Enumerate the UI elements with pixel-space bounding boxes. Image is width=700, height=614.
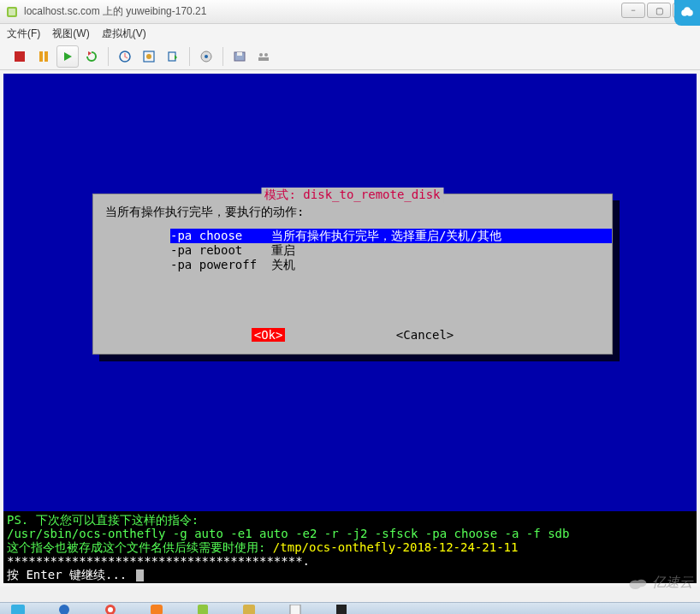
pause-button[interactable] <box>33 45 55 68</box>
term-enter-line: 按 Enter 键继续... <box>7 568 693 581</box>
snapshot-button[interactable] <box>114 45 136 68</box>
menu-file[interactable]: 文件(F) <box>7 27 40 41</box>
svg-rect-6 <box>39 51 43 62</box>
taskbar-icon[interactable] <box>3 603 33 614</box>
term-cmd-line: /usr/sbin/ocs-onthefly -g auto -e1 auto … <box>7 527 693 540</box>
svg-rect-17 <box>237 52 242 56</box>
menubar: 文件(F) 视图(W) 虚拟机(V) <box>0 24 700 43</box>
revert-button[interactable] <box>162 45 184 68</box>
toolbar-separator <box>189 47 190 66</box>
taskbar-icon[interactable] <box>188 603 217 614</box>
console-container: 模式: disk_to_remote_disk 当所有操作执行完毕，要执行的动作… <box>0 70 700 587</box>
network-button[interactable] <box>252 45 275 68</box>
floppy-button[interactable] <box>228 45 251 68</box>
svg-point-19 <box>259 53 263 57</box>
titlebar: localhost.sc.com 上的 yuweibing-170.21 － ▢… <box>0 0 700 24</box>
svg-rect-23 <box>11 605 25 614</box>
svg-rect-18 <box>258 57 269 61</box>
svg-point-4 <box>684 7 691 14</box>
svg-point-24 <box>59 605 69 614</box>
taskbar-icon[interactable] <box>96 603 125 614</box>
svg-point-26 <box>108 607 113 612</box>
term-ps-line: PS. 下次您可以直接下这样的指令: <box>7 513 693 527</box>
mode-dialog: 模式: disk_to_remote_disk 当所有操作执行完毕，要执行的动作… <box>92 194 613 355</box>
term-stars-line: ****************************************… <box>7 554 693 568</box>
svg-rect-31 <box>336 605 347 614</box>
dialog-buttons: <Ok> <Cancel> <box>93 328 612 342</box>
cursor-icon <box>136 569 144 581</box>
app-icon <box>5 5 19 19</box>
svg-marker-9 <box>88 51 92 56</box>
window-title: localhost.sc.com 上的 yuweibing-170.21 <box>24 4 206 19</box>
toolbar <box>0 43 700 70</box>
menu-view[interactable]: 视图(W) <box>52 27 89 41</box>
snapshot-manager-button[interactable] <box>138 45 160 68</box>
svg-rect-13 <box>169 52 175 61</box>
taskbar <box>0 602 700 614</box>
svg-rect-30 <box>290 605 300 614</box>
svg-point-20 <box>264 53 268 57</box>
svg-rect-27 <box>151 605 163 614</box>
option-poweroff[interactable]: -pa poweroff 关机 <box>170 258 612 272</box>
svg-rect-29 <box>243 605 255 614</box>
stop-button[interactable] <box>9 45 31 68</box>
menu-vm[interactable]: 虚拟机(V) <box>102 27 146 41</box>
svg-point-15 <box>205 55 208 58</box>
taskbar-icon[interactable] <box>50 603 79 614</box>
cancel-button[interactable]: <Cancel> <box>396 328 454 342</box>
cdrom-button[interactable] <box>195 45 217 68</box>
taskbar-icon[interactable] <box>234 603 264 614</box>
term-saved-line: 这个指令也被存成这个文件名供后续需要时使用: /tmp/ocs-onthefly… <box>7 540 693 554</box>
ok-button[interactable]: <Ok> <box>252 328 286 342</box>
corner-badge-icon <box>674 0 700 26</box>
play-button[interactable] <box>56 45 79 68</box>
svg-point-22 <box>636 579 646 587</box>
svg-rect-7 <box>44 51 48 62</box>
svg-rect-1 <box>9 9 15 15</box>
reset-button[interactable] <box>80 45 103 68</box>
maximize-button[interactable]: ▢ <box>647 3 671 18</box>
svg-rect-5 <box>15 51 25 62</box>
taskbar-icon[interactable] <box>281 603 310 614</box>
watermark: 亿速云 <box>626 574 693 592</box>
minimize-button[interactable]: － <box>621 3 645 18</box>
taskbar-icon[interactable] <box>327 603 356 614</box>
dialog-title: 模式: disk_to_remote_disk <box>261 188 443 203</box>
svg-rect-28 <box>198 605 208 614</box>
vm-console[interactable]: 模式: disk_to_remote_disk 当所有操作执行完毕，要执行的动作… <box>3 74 697 583</box>
svg-point-12 <box>146 54 151 59</box>
taskbar-icon[interactable] <box>142 603 171 614</box>
option-choose[interactable]: -pa choose 当所有操作执行完毕，选择重启/关机/其他 <box>170 229 612 243</box>
toolbar-separator <box>222 47 223 66</box>
toolbar-separator <box>108 47 109 66</box>
terminal-output: PS. 下次您可以直接下这样的指令: /usr/sbin/ocs-onthefl… <box>3 511 697 583</box>
svg-marker-8 <box>64 52 72 61</box>
dialog-options: -pa choose 当所有操作执行完毕，选择重启/关机/其他 -pa rebo… <box>170 229 612 272</box>
option-reboot[interactable]: -pa reboot 重启 <box>170 243 612 258</box>
